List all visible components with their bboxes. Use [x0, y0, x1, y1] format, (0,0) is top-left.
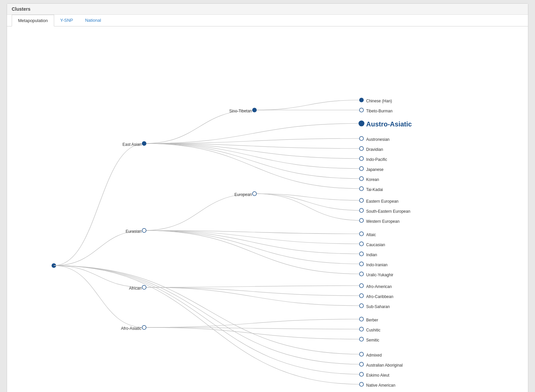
svg-point-37	[359, 232, 363, 236]
svg-point-47	[359, 284, 363, 288]
svg-text:Australian Aboriginal: Australian Aboriginal	[366, 363, 403, 368]
svg-point-41	[359, 252, 363, 256]
svg-point-35	[359, 218, 363, 222]
svg-text:Korean: Korean	[366, 177, 379, 182]
outer-container: Clusters Metapopulation Y-SNP National E…	[0, 0, 535, 392]
svg-point-19	[359, 136, 363, 140]
svg-point-65	[359, 382, 363, 386]
svg-text:Western European: Western European	[366, 219, 400, 224]
svg-text:Berber: Berber	[366, 318, 378, 322]
svg-text:Cushitic: Cushitic	[366, 328, 381, 332]
svg-text:Eskimo Aleut: Eskimo Aleut	[366, 373, 390, 378]
svg-point-3	[142, 228, 146, 232]
svg-point-25	[359, 167, 363, 171]
panel-header: Clusters	[7, 4, 528, 15]
svg-text:Altaic: Altaic	[366, 232, 376, 237]
svg-text:South-Eastern European: South-Eastern European	[366, 209, 410, 214]
svg-text:Indian: Indian	[366, 253, 377, 257]
tab-metapopulation[interactable]: Metapopulation	[12, 15, 54, 26]
svg-point-63	[359, 372, 363, 376]
svg-text:Afro-Asiatic: Afro-Asiatic	[121, 326, 141, 331]
svg-point-13	[359, 98, 363, 102]
svg-point-27	[359, 177, 363, 181]
svg-text:Afro-Caribbean: Afro-Caribbean	[366, 294, 393, 299]
svg-point-15	[359, 108, 363, 112]
svg-text:Eurasian: Eurasian	[126, 229, 141, 234]
svg-text:Sub-Saharan: Sub-Saharan	[366, 304, 390, 309]
svg-point-31	[359, 198, 363, 202]
svg-text:Caucasian: Caucasian	[366, 242, 385, 247]
svg-point-1	[142, 141, 146, 145]
svg-text:Austro-Asiatic: Austro-Asiatic	[366, 120, 412, 128]
svg-text:Indo-Pacific: Indo-Pacific	[366, 157, 387, 162]
svg-text:Admixed: Admixed	[366, 353, 382, 358]
svg-text:European: European	[234, 192, 252, 197]
svg-point-53	[359, 317, 363, 321]
svg-text:African: African	[129, 286, 141, 291]
svg-point-61	[359, 362, 363, 366]
svg-text:Semitic: Semitic	[366, 338, 379, 342]
svg-point-51	[359, 304, 363, 308]
svg-text:Dravidian: Dravidian	[366, 147, 383, 152]
svg-point-59	[359, 352, 363, 356]
svg-text:Tai-Kadai: Tai-Kadai	[366, 187, 383, 192]
svg-text:Japanese: Japanese	[366, 167, 384, 172]
svg-text:Native American: Native American	[366, 383, 395, 388]
tab-ysnp[interactable]: Y-SNP	[54, 15, 79, 26]
tab-national[interactable]: National	[79, 15, 107, 26]
chart-area: East AsianEurasianAfricanAfro-AsiaticSin…	[7, 26, 528, 392]
svg-point-55	[359, 327, 363, 331]
svg-point-5	[142, 285, 146, 289]
svg-point-11	[252, 192, 256, 196]
svg-point-21	[359, 146, 363, 151]
svg-point-33	[359, 208, 363, 212]
svg-text:Sino-Tibetan: Sino-Tibetan	[229, 109, 252, 113]
svg-text:Indo-Iranian: Indo-Iranian	[366, 263, 388, 267]
svg-point-43	[359, 262, 363, 266]
tree-diagram: East AsianEurasianAfricanAfro-AsiaticSin…	[10, 33, 519, 392]
svg-point-29	[359, 187, 363, 191]
svg-text:Austronesian: Austronesian	[366, 137, 390, 142]
svg-point-45	[359, 272, 363, 276]
svg-text:Uralic-Yukaghir: Uralic-Yukaghir	[366, 273, 393, 277]
svg-text:Tibeto-Burman: Tibeto-Burman	[366, 109, 393, 113]
svg-text:Afro-American: Afro-American	[366, 284, 392, 289]
svg-point-7	[142, 325, 146, 329]
tabs-row: Metapopulation Y-SNP National	[7, 15, 528, 26]
svg-point-39	[359, 242, 363, 246]
panel: Clusters Metapopulation Y-SNP National E…	[7, 3, 528, 392]
svg-text:Chinese (Han): Chinese (Han)	[366, 99, 392, 103]
svg-point-23	[359, 157, 363, 161]
panel-title: Clusters	[12, 6, 30, 12]
svg-point-17	[359, 121, 364, 126]
svg-point-9	[252, 108, 256, 112]
svg-text:Eastern European: Eastern European	[366, 199, 399, 204]
svg-text:East Asian: East Asian	[122, 142, 141, 147]
svg-point-57	[359, 337, 363, 341]
svg-point-49	[359, 294, 363, 298]
